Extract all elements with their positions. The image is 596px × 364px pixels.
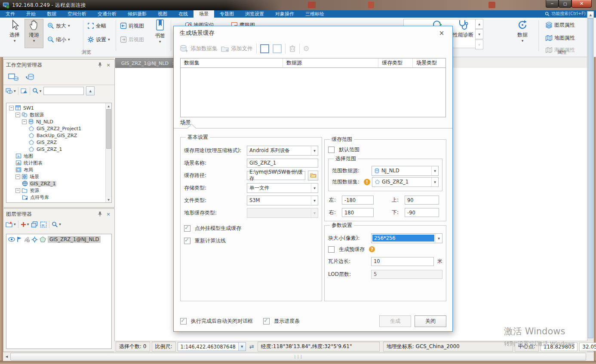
dropdown-arrow-icon[interactable]: ▼ — [311, 196, 318, 205]
tree-item-BackUp_GIS_ZRZ[interactable]: BackUp_GIS_ZRZ — [7, 132, 111, 139]
map-document-tab[interactable]: GIS_ZRZ_1@NJ_NLD × — [115, 58, 181, 68]
select-all-checkbox[interactable] — [260, 44, 269, 53]
add-dataset-layer-button[interactable]: ▼ — [21, 222, 29, 227]
model-cache-checkbox[interactable] — [184, 225, 190, 232]
ribbon-tab-文件[interactable]: 文件 — [0, 10, 21, 18]
collapse-up-button[interactable]: ▲ — [86, 86, 95, 95]
layer-search-button[interactable]: ▼ — [52, 221, 61, 228]
map-property-button[interactable]: 地图属性 — [545, 33, 575, 43]
scrollbar-thumb[interactable] — [588, 18, 593, 338]
expander-icon[interactable]: − — [15, 113, 20, 117]
expander-icon[interactable]: − — [15, 174, 20, 179]
workspace-alt-tab[interactable] — [24, 72, 37, 83]
dropdown-arrow-icon[interactable]: ▼ — [68, 38, 70, 41]
close-dialog-button[interactable]: 关闭 — [415, 315, 446, 327]
range-left-input[interactable]: -180 — [342, 196, 374, 205]
range-right-input[interactable]: 180 — [342, 208, 374, 217]
storage-type-combobox[interactable]: 单一文件 ▼ — [247, 183, 318, 193]
scroll-up-arrow-icon[interactable]: ▲ — [106, 103, 111, 109]
tree-item-布局[interactable]: 布局 — [7, 166, 111, 173]
select-inverse-checkbox[interactable] — [273, 44, 282, 53]
horizontal-scrollbar[interactable]: ◀ | | | — [3, 352, 594, 361]
dropdown-arrow-icon[interactable]: ▼ — [431, 177, 438, 187]
export-button[interactable] — [21, 88, 28, 94]
expander-icon[interactable]: − — [22, 119, 27, 124]
delete-trash-icon[interactable] — [289, 45, 296, 52]
column-header-缓存类型[interactable]: 缓存类型 — [378, 58, 413, 67]
copy-layers-button[interactable] — [31, 221, 38, 228]
close-panel-icon[interactable]: × — [105, 211, 112, 217]
function-search[interactable]: 功能搜索(Ctrl+F) — [545, 11, 586, 17]
pan-button[interactable]: 漫游 ▼ — [25, 19, 43, 48]
pin-icon[interactable] — [98, 211, 105, 217]
data-button[interactable]: 数据 ▼ — [512, 19, 533, 48]
scale-combobox[interactable]: 1:146,422.463087648 ▼ — [178, 342, 246, 351]
selectable-flag-icon[interactable] — [17, 236, 22, 242]
tile-length-input[interactable]: 10 — [371, 257, 434, 266]
generate-button[interactable]: 生成 — [379, 315, 411, 327]
swap-coordinates-icon[interactable]: ⇄ — [248, 343, 256, 350]
default-range-checkbox[interactable] — [328, 147, 335, 153]
dropdown-arrow-icon[interactable]: ▼ — [68, 24, 70, 27]
scroll-down-button[interactable]: ▼ — [475, 29, 483, 39]
tree-item-统计图表[interactable]: 统计图表 — [7, 159, 111, 166]
range-top-input[interactable]: 90 — [405, 196, 439, 205]
ribbon-tab-专题图[interactable]: 专题图 — [214, 10, 240, 18]
minimize-button[interactable]: ─ — [546, 0, 559, 8]
ribbon-tab-数据[interactable]: 数据 — [41, 10, 62, 18]
tree-item-GIS_ZRZ_1[interactable]: GIS_ZRZ_1 — [7, 146, 111, 153]
performance-diagnosis-button[interactable]: 性能诊断 — [451, 19, 476, 48]
close-panel-icon[interactable]: × — [105, 62, 112, 68]
ribbon-tab-开始[interactable]: 开始 — [21, 10, 41, 18]
browse-folder-button[interactable] — [308, 171, 318, 180]
scroll-more-button[interactable]: ⩒ — [475, 40, 483, 49]
block-size-combobox[interactable]: 256*256 ▼ — [371, 233, 442, 243]
range-dataset-combobox[interactable]: GIS_ZRZ_1 ▼ — [372, 177, 439, 187]
select-button[interactable]: 选择 ▼ — [5, 19, 24, 48]
dropdown-arrow-icon[interactable]: ▼ — [108, 38, 110, 41]
scroll-down-arrow-icon[interactable]: ▼ — [106, 197, 111, 202]
workspace-tree-tab[interactable] — [7, 72, 20, 84]
recompute-normal-checkbox[interactable] — [184, 238, 190, 244]
show-progress-checkbox[interactable] — [263, 318, 270, 324]
workspace-search-input[interactable] — [43, 87, 84, 95]
expander-icon[interactable]: − — [9, 106, 14, 110]
dropdown-arrow-icon[interactable]: ▼ — [522, 40, 524, 42]
front-view-button[interactable]: 前视图 — [120, 21, 144, 31]
search-button[interactable]: ▼ — [32, 88, 42, 94]
center-y-input[interactable]: 32.053464 — [579, 343, 596, 351]
pin-icon[interactable] — [98, 62, 105, 67]
range-datasource-combobox[interactable]: NJ_NLD ▼ — [372, 166, 439, 176]
tree-scrollbar[interactable]: ▲ ▼ — [105, 103, 111, 202]
view-mode-button[interactable]: ▼ — [6, 88, 16, 94]
restore-button[interactable]: ▢ — [559, 0, 571, 8]
right-scrollbar[interactable]: ▲ ▼ — [587, 11, 594, 352]
tree-item-SW1[interactable]: −SW1 — [7, 104, 111, 111]
cache-path-input[interactable]: E:\ymq\SW\SW备份\缓存 — [247, 171, 305, 180]
visibility-eye-icon[interactable] — [8, 237, 15, 242]
tree-item-GIS_ZRZ_1[interactable]: GIS_ZRZ_1 — [7, 180, 111, 187]
tree-item-场景[interactable]: −场景 — [7, 173, 111, 180]
center-x-input[interactable]: 118.829805 — [541, 343, 578, 351]
scene-name-input[interactable]: GIS_ZRZ_1 — [247, 159, 318, 168]
tree-item-地图[interactable]: 地图 — [7, 153, 111, 159]
dropdown-arrow-icon[interactable]: ▼ — [238, 343, 246, 351]
edit-lock-icon[interactable] — [24, 236, 30, 242]
add-file-button[interactable]: 添加文件 — [221, 45, 253, 52]
help-icon[interactable]: ? — [369, 246, 375, 252]
scroll-up-button[interactable]: ▲ — [475, 19, 483, 29]
precache-checkbox[interactable] — [328, 246, 335, 253]
settings-button[interactable]: 设置 ▼ — [87, 35, 110, 44]
column-header-场景类型[interactable]: 场景类型 — [413, 58, 445, 67]
hscrollbar-thumb[interactable]: | | | — [10, 353, 586, 361]
dropdown-arrow-icon[interactable]: ▼ — [33, 40, 35, 42]
dialog-close-icon[interactable]: × — [437, 29, 446, 37]
scroll-up-arrow-icon[interactable]: ▲ — [587, 11, 594, 18]
bookmark-button[interactable]: 书签 ▼ — [151, 19, 169, 48]
dropdown-arrow-icon[interactable]: ▼ — [431, 166, 438, 175]
back-view-button[interactable]: 后视图 — [120, 35, 144, 44]
tree-item-GIS_ZRZ[interactable]: GIS_ZRZ — [7, 139, 111, 146]
auto-close-checkbox[interactable] — [180, 318, 187, 324]
zoom-out-button[interactable]: 缩小 ▼ — [47, 35, 70, 44]
range-bottom-input[interactable]: -90 — [405, 208, 439, 217]
